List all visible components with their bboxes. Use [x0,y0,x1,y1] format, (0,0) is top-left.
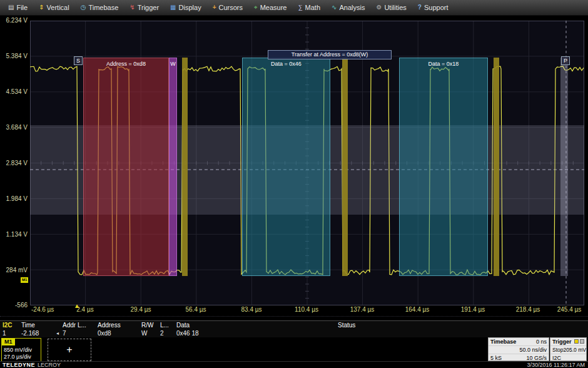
start-condition-marker: S [74,56,83,65]
m1-descriptor-tab: M1 [2,339,15,345]
math-icon: ∑ [298,4,302,11]
menu-measure[interactable]: ⌖ Measure [248,2,292,13]
x-axis-label: 137.4 µs [350,306,375,313]
col-status: Status [335,321,588,329]
decode-stop-strip [560,58,568,276]
trigger-icon: ↯ [129,4,134,11]
x-axis-label: 164.4 µs [405,306,430,313]
y-axis-label: 3.684 V [0,124,28,131]
cell-len: 2 [158,329,174,337]
waveform-display[interactable]: Address = 0xd8 W Data = 0x46 Data = 0x18… [30,21,584,305]
x-axis-label: 29.4 µs [130,306,151,313]
file-icon: ▤ [8,4,14,11]
menu-timebase[interactable]: ◷ Timebase [75,2,124,13]
timebase-title: Timebase [490,338,516,345]
measure-icon: ⌖ [254,4,258,11]
brand-logo: TELEDYNELECROY [3,362,61,368]
decode-ack-bar [182,58,188,276]
plot-table-divider [0,316,588,317]
decode-table-header: I2C Time Addr L... Address R/W L... Data… [0,321,588,329]
menu-trigger[interactable]: ↯ Trigger [124,2,165,13]
menu-file-label: File [16,4,28,11]
cell-data: 0x46 18 [174,329,335,337]
menu-analysis[interactable]: ∿ Analysis [326,2,370,13]
col-addr-len: Addr L... [60,321,95,329]
utilities-icon: ⚙ [376,4,382,11]
cell-time: -2.168 ◂ [19,329,60,337]
menu-trigger-label: Trigger [138,4,159,11]
analysis-icon: ∿ [332,4,337,11]
timebase-scale: 50.0 ns/div [519,346,547,354]
stop-condition-marker: P [561,56,570,65]
decode-data2-label: Data = 0x18 [400,61,487,67]
y-axis-label: 2.834 V [0,160,28,166]
trigger-coupling-icon [580,339,584,344]
menu-cursors-label: Cursors [218,4,243,11]
col-time: Time [19,321,60,329]
datetime: 3/30/2016 11:26:17 AM [527,362,585,368]
menu-support[interactable]: ? Support [412,2,454,13]
time-value: -2.168 [21,329,39,337]
x-axis-label: 245.4 µs [557,306,582,313]
table-row[interactable]: 1 -2.168 ◂ 7 0xd8 W 2 0x46 18 [0,329,588,337]
decode-ack-bar [494,58,499,276]
decode-data1-field[interactable]: Data = 0x46 [242,58,330,276]
menu-display[interactable]: ▦ Display [165,2,207,13]
menu-timebase-label: Timebase [88,4,118,11]
cell-addr-len: 7 [60,329,95,337]
y-axis-label: 6.234 V [0,17,28,24]
decode-table: I2C Time Addr L... Address R/W L... Data… [0,320,588,337]
m1-vdiv: 850 mV/div [4,347,32,353]
menu-bar: ▤ File ⇕ Vertical ◷ Timebase ↯ Trigger ▦… [0,0,588,16]
status-bar: TELEDYNELECROY 3/30/2016 11:26:17 AM [0,361,588,368]
decode-address-field[interactable]: Address = 0xd8 [83,58,169,276]
menu-math-label: Math [305,4,320,11]
trigger-mode: Stop [552,346,564,354]
menu-utilities-label: Utilities [384,4,406,11]
menu-vertical[interactable]: ⇕ Vertical [33,2,74,13]
menu-display-label: Display [179,4,201,11]
trigger-panel[interactable]: Trigger Stop 205.0 mV I2C [550,337,587,361]
plus-icon: + [66,344,72,355]
decode-data1-label: Data = 0x46 [243,61,330,67]
decode-write-label: W [170,61,176,67]
col-len: L... [158,321,174,329]
timebase-icon: ◷ [81,4,86,11]
y-axis-label: -566 [0,302,28,309]
m1-trace-descriptor[interactable]: M1 850 mV/div 27.0 µs/div [1,338,41,362]
cell-status [335,329,588,337]
m1-zero-marker[interactable]: M1 [21,277,28,283]
menu-file[interactable]: ▤ File [3,2,33,13]
oscilloscope-app: ▤ File ⇕ Vertical ◷ Timebase ↯ Trigger ▦… [0,0,588,368]
cursors-icon: + [213,4,216,11]
y-axis-label: 5.384 V [0,53,28,59]
menu-vertical-label: Vertical [47,4,69,11]
decode-tooltip: Transfer at Address = 0xd8(W) [268,50,392,59]
trigger-level: 205.0 mV [564,346,586,354]
y-axis-label: 284 mV [0,267,28,273]
add-trace-button[interactable]: + [48,339,91,361]
brand-teledyne: TELEDYNE [3,362,35,368]
menu-cursors[interactable]: + Cursors [207,2,248,13]
y-axis-label: 1.984 V [0,195,28,202]
m1-tdiv: 27.0 µs/div [4,354,31,360]
decode-data2-field[interactable]: Data = 0x18 [399,58,488,276]
col-rw: R/W [139,321,158,329]
menu-measure-label: Measure [260,4,287,11]
x-axis-label: 83.4 µs [241,306,261,313]
trigger-source-icon [574,339,579,344]
menu-math[interactable]: ∑ Math [292,2,326,13]
decode-address-label: Address = 0xd8 [84,61,168,67]
trigger-position-icon[interactable]: ▲ [74,303,80,309]
menu-utilities[interactable]: ⚙ Utilities [370,2,412,13]
support-icon: ? [418,4,422,11]
y-axis-label: 4.534 V [0,88,28,95]
col-data: Data [174,321,335,329]
timebase-panel[interactable]: Timebase 0 ns 50.0 ns/div 5 kS 10 GS/s [488,337,549,361]
decode-write-field[interactable]: W [169,58,177,276]
y-axis-label: 1.134 V [0,231,28,238]
cell-index: 1 [0,329,19,337]
x-axis-label: 110.4 µs [295,306,318,313]
menu-support-label: Support [424,4,449,11]
vertical-icon: ⇕ [39,4,44,11]
